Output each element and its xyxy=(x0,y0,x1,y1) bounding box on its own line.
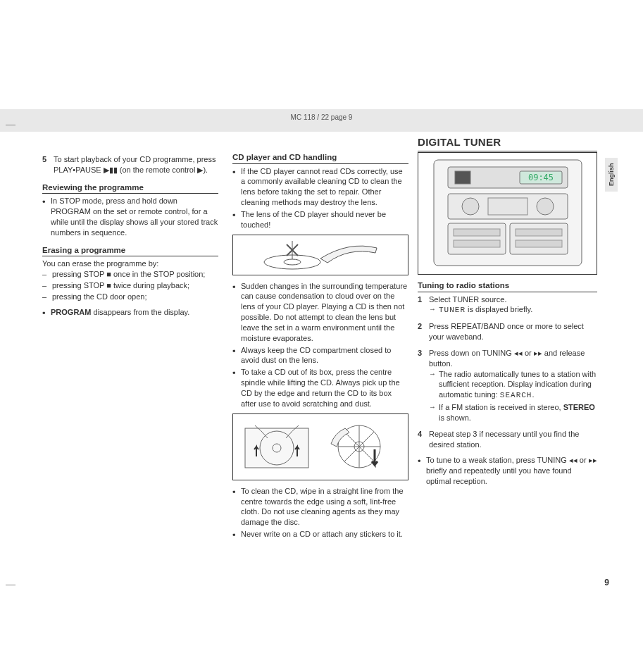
arrow-post: is shown. xyxy=(439,413,471,422)
crop-mark-icon xyxy=(15,585,28,597)
step3-arrow-1: The radio automatically tunes to a stati… xyxy=(429,369,597,402)
heading-tuning: Tuning to radio stations xyxy=(418,280,597,292)
erase-item-1: pressing STOP ■ once in the STOP positio… xyxy=(42,269,218,280)
svg-rect-32 xyxy=(516,240,562,247)
erase-note: PROGRAM disappears from the display. xyxy=(42,307,218,318)
step-number: 2 xyxy=(418,321,422,332)
svg-rect-29 xyxy=(454,229,500,236)
svg-line-16 xyxy=(359,447,374,461)
step-text: Press down on TUNING ◂◂ or ▸▸ and releas… xyxy=(429,349,585,368)
column-right: 09:45 Tuning to radio stations 1 Select … xyxy=(418,152,597,488)
svg-rect-28 xyxy=(510,223,568,254)
heading-erasing-programme: Erasing a programme xyxy=(42,245,218,257)
arrow-text: is displayed briefly. xyxy=(466,305,532,313)
svg-rect-31 xyxy=(516,229,562,236)
svg-line-14 xyxy=(359,432,374,447)
weak-station-bullet: To tune to a weak station, press TUNING … xyxy=(418,455,597,487)
svg-rect-26 xyxy=(488,198,527,215)
lcd-text: TUNER xyxy=(439,306,466,314)
erase-intro: You can erase the programme by: xyxy=(42,259,218,269)
arrow-pre: If a FM station is received in stereo, xyxy=(439,403,563,411)
review-bullet: In STOP mode, press and hold down PROGRA… xyxy=(42,196,218,237)
column-left: 5 To start playback of your CD programme… xyxy=(42,154,218,319)
crop-mark-icon xyxy=(15,118,28,131)
page-number: 9 xyxy=(604,577,609,588)
tune-step-2: 2 Press REPEAT/BAND once or more to sele… xyxy=(418,321,597,342)
step3-arrow-2: If a FM station is received in stereo, S… xyxy=(429,402,597,423)
language-tab: English xyxy=(605,158,618,192)
step-text: To start playback of your CD programme, … xyxy=(54,155,216,174)
svg-point-1 xyxy=(284,259,301,265)
svg-point-24 xyxy=(462,198,479,215)
step-text-mid: BAND xyxy=(483,322,505,330)
tune-step-3: 3 Press down on TUNING ◂◂ or ▸▸ and rele… xyxy=(418,348,597,423)
lcd-text: SEARCH xyxy=(500,391,532,399)
column-middle: CD player and CD handling If the CD play… xyxy=(232,152,408,541)
svg-text:09:45: 09:45 xyxy=(528,173,554,182)
step-text: Select TUNER source. xyxy=(429,295,506,304)
svg-point-25 xyxy=(537,198,554,215)
section-title-digital-tuner: DIGITAL TUNER xyxy=(418,135,597,151)
step-text: Repeat step 3 if necessary until you fin… xyxy=(429,430,579,449)
cd-bullet-3: Sudden changes in the surrounding temper… xyxy=(232,281,408,344)
svg-line-15 xyxy=(344,447,359,461)
svg-rect-22 xyxy=(455,171,470,184)
arrow-bold: STEREO xyxy=(563,403,595,411)
cd-bullet-5: To take a CD out of its box, press the c… xyxy=(232,367,408,409)
step-number: 1 xyxy=(418,294,422,305)
erase-note-rest: disappears from the display. xyxy=(91,308,189,316)
step1-arrow: TUNER is displayed briefly. xyxy=(429,304,597,316)
figure-stereo-system: 09:45 xyxy=(418,152,597,275)
svg-rect-27 xyxy=(448,223,506,254)
arrow-post: . xyxy=(532,390,534,399)
erase-item-3: pressing the CD door open; xyxy=(42,292,218,302)
cd-bullet-7: Never write on a CD or attach any sticke… xyxy=(232,529,408,540)
svg-rect-30 xyxy=(454,240,500,247)
cd-bullet-2: The lens of the CD player should never b… xyxy=(232,209,408,230)
step-5: 5 To start playback of your CD programme… xyxy=(42,154,218,175)
step-number: 5 xyxy=(42,154,46,165)
heading-cd-handling: CD player and CD handling xyxy=(232,152,408,164)
figure-lens-no-touch xyxy=(232,235,408,275)
erase-note-bold: PROGRAM xyxy=(51,308,91,316)
breadcrumb: MC 118 / 22 page 9 xyxy=(291,113,353,121)
cd-bullet-1: If the CD player cannot read CDs correct… xyxy=(232,166,408,208)
cd-bullet-6: To clean the CD, wipe in a straight line… xyxy=(232,486,408,528)
tune-step-4: 4 Repeat step 3 if necessary until you f… xyxy=(418,429,597,450)
erase-item-2: pressing STOP ■ twice during playback; xyxy=(42,280,218,291)
step-number: 4 xyxy=(418,429,422,440)
heading-reviewing-programme: Reviewing the programme xyxy=(42,182,218,194)
header-bar: MC 118 / 22 page 9 xyxy=(0,109,643,132)
tune-step-1: 1 Select TUNER source. TUNER is displaye… xyxy=(418,294,597,316)
step-text-pre: Press REPEAT/ xyxy=(429,322,483,330)
cd-bullet-4: Always keep the CD compartment closed to… xyxy=(232,345,408,366)
figure-cd-handling xyxy=(232,413,408,480)
step-number: 3 xyxy=(418,348,422,359)
